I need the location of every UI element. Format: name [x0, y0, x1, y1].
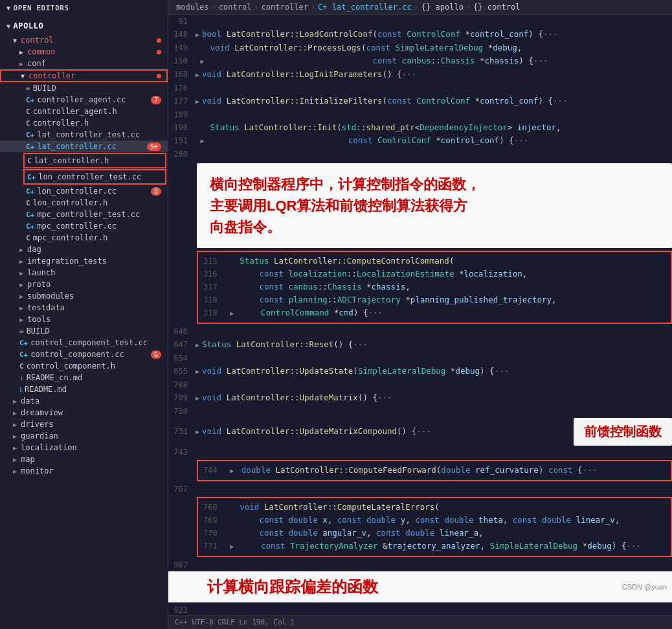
chevron-right-icon: ▶ — [13, 398, 17, 405]
change-badge: 9+ — [147, 143, 161, 151]
code-line: 150 ▶ const canbus::Chassis *chassis) {·… — [168, 54, 672, 68]
sidebar-item-tools[interactable]: ▶ tools — [0, 314, 168, 325]
sidebar-item-lat-controller-h-wrapper: C lat_controller.h — [23, 153, 166, 168]
chevron-right-icon: ▶ — [13, 444, 17, 452]
code-line: 731 ▶void LatController::UpdateMatrixCom… — [168, 425, 568, 439]
sidebar-item-common[interactable]: ▶ common — [0, 46, 168, 58]
sidebar-item-control-component-h[interactable]: C control_component.h — [0, 360, 168, 372]
build-icon: ≡ — [26, 84, 30, 93]
code-line: 907 — [168, 558, 672, 571]
code-line: 647 ▶Status LatController::Reset() {··· — [168, 338, 672, 352]
chevron-right-icon: ▶ — [19, 304, 23, 312]
line-731-with-annotation: 731 ▶void LatController::UpdateMatrixCom… — [168, 418, 672, 446]
code-line: 191 ▶ const ControlConf *control_conf) {… — [168, 134, 672, 148]
chevron-right-icon: ▶ — [19, 316, 23, 323]
chevron-down-icon: ▼ — [21, 73, 25, 80]
sidebar-item-controller-agent-cc[interactable]: C+ controller_agent.cc 7 — [0, 94, 168, 106]
code-line: 709 ▶void LatController::UpdateMatrix() … — [168, 391, 672, 405]
sidebar-item-data[interactable]: ▶ data — [0, 395, 168, 407]
editor-area: modules › control › controller › C+ lat_… — [168, 0, 672, 629]
h-icon: C — [27, 157, 32, 165]
code-line: 149 void LatController::ProcessLogs(cons… — [168, 41, 672, 54]
readme-icon: ↓ — [19, 374, 24, 382]
sidebar-item-readme[interactable]: ℹ README.md — [0, 383, 168, 395]
highlighted-code-block-2: 768 void LatController::ComputeLateralEr… — [197, 497, 672, 557]
code-line: 730 — [168, 405, 672, 418]
sidebar-item-readme-cn[interactable]: ↓ README_cn.md — [0, 372, 168, 383]
cc-icon: C+ — [26, 96, 34, 104]
sidebar-item-build[interactable]: ≡ BUILD — [0, 82, 168, 94]
highlighted-line-744: 744 ▶ double LatController::ComputeFeedF… — [197, 460, 672, 481]
sidebar-item-lat-controller-test[interactable]: C+ lat_controller_test.cc — [0, 129, 168, 141]
status-dot — [157, 50, 161, 54]
code-line: 654 — [168, 352, 672, 365]
sidebar-item-map[interactable]: ▶ map — [0, 453, 168, 465]
sidebar-item-build2[interactable]: ≡ BUILD — [0, 325, 168, 337]
change-badge: 6 — [151, 350, 161, 359]
chevron-right-icon: ▶ — [13, 409, 17, 417]
code-line: 708 — [168, 378, 672, 391]
status-dot — [157, 38, 161, 43]
highlighted-code-block-1: 315 Status LatController::ComputeControl… — [197, 251, 672, 324]
chevron-down-icon: ▼ — [6, 5, 11, 12]
watermark: CSDN @yuan — [622, 583, 667, 591]
code-line: 91 — [168, 15, 672, 28]
code-line: 177 ▶void LatController::InitializeFilte… — [168, 95, 672, 108]
chevron-right-icon: ▶ — [13, 421, 17, 428]
sidebar-item-control-component-cc[interactable]: C+ control_component.cc 6 — [0, 349, 168, 360]
code-line: 655 ▶void LatController::UpdateState(Sim… — [168, 365, 672, 378]
sidebar-item-lat-controller-h[interactable]: C lat_controller.h — [27, 155, 162, 166]
status-text: C++ UTF-8 CRLF Ln 190, Col 1 — [175, 618, 295, 626]
sidebar-item-proto[interactable]: ▶ proto — [0, 279, 168, 290]
sidebar-item-submodules[interactable]: ▶ submodules — [0, 290, 168, 302]
sidebar-item-dreamview[interactable]: ▶ dreamview — [0, 407, 168, 418]
status-bar: C++ UTF-8 CRLF Ln 190, Col 1 — [168, 615, 672, 629]
info-icon: ℹ — [19, 385, 22, 394]
sidebar-item-lon-controller-test[interactable]: C+ lon_controller_test.cc — [27, 171, 162, 183]
sidebar-item-dag[interactable]: ▶ dag — [0, 244, 168, 255]
sidebar-item-mpc-controller-cc[interactable]: C+ mpc_controller.cc — [0, 220, 168, 232]
sidebar-item-guardian[interactable]: ▶ guardian — [0, 430, 168, 442]
sidebar: ▼ OPEN EDITORS ▼ APOLLO ▼ control ▶ comm… — [0, 0, 168, 629]
sidebar-item-lon-controller-h[interactable]: C lon_controller.h — [0, 197, 168, 209]
sidebar-item-conf[interactable]: ▶ conf — [0, 58, 168, 69]
code-line: 280 — [168, 148, 672, 161]
annotation-box-2: 前馈控制函数 — [574, 418, 672, 446]
chevron-right-icon: ▶ — [19, 60, 23, 67]
sidebar-item-lon-controller-test-wrapper: C+ lon_controller_test.cc — [23, 169, 166, 185]
sidebar-item-control-component-test[interactable]: C+ control_component_test.cc — [0, 337, 168, 349]
code-line: 767 — [168, 483, 672, 496]
chevron-right-icon: ▶ — [19, 258, 23, 265]
code-editor[interactable]: 91 148 ▶bool LatController::LoadControlC… — [168, 15, 672, 615]
sidebar-item-control[interactable]: ▼ control — [0, 34, 168, 46]
h-icon: C — [26, 119, 30, 128]
build-icon: ≡ — [19, 327, 24, 336]
sidebar-item-localization[interactable]: ▶ localization — [0, 442, 168, 453]
sidebar-item-lat-controller-cc[interactable]: C+ lat_controller.cc 9+ — [0, 141, 168, 152]
annotation-box-3: 计算横向跟踪偏差的函数 CSDN @yuan — [168, 571, 672, 602]
code-line: 189 — [168, 108, 672, 121]
annotation-box-1: 横向控制器程序中，计算控制指令的函数，主要调用LQR算法和前馈控制算法获得方向盘… — [197, 163, 672, 248]
sidebar-item-mpc-controller-test[interactable]: C+ mpc_controller_test.cc — [0, 209, 168, 220]
cc-icon: C+ — [26, 187, 34, 196]
chevron-right-icon: ▶ — [19, 281, 23, 288]
sidebar-item-testdata[interactable]: ▶ testdata — [0, 302, 168, 314]
sidebar-item-drivers[interactable]: ▶ drivers — [0, 418, 168, 430]
sidebar-item-controller[interactable]: ▼ controller — [0, 69, 168, 82]
chevron-right-icon: ▶ — [19, 269, 23, 277]
chevron-right-icon: ▶ — [13, 433, 17, 440]
cc-icon: C+ — [26, 143, 34, 151]
sidebar-item-controller-h[interactable]: C controller.h — [0, 117, 168, 129]
sidebar-item-launch[interactable]: ▶ launch — [0, 267, 168, 279]
sidebar-item-monitor[interactable]: ▶ monitor — [0, 465, 168, 477]
sidebar-item-mpc-controller-h[interactable]: C mpc_controller.h — [0, 232, 168, 244]
status-dot — [157, 74, 161, 78]
sidebar-item-controller-agent-h[interactable]: C controller_agent.h — [0, 106, 168, 117]
sidebar-item-integration-tests[interactable]: ▶ integration_tests — [0, 255, 168, 267]
chevron-right-icon: ▶ — [19, 246, 23, 253]
code-line: 923 — [168, 604, 672, 615]
h-icon: C — [19, 362, 24, 371]
chevron-down-icon: ▼ — [6, 23, 11, 30]
chevron-right-icon: ▶ — [19, 293, 23, 300]
sidebar-item-lon-controller-cc[interactable]: C+ lon_controller.cc 8 — [0, 185, 168, 197]
